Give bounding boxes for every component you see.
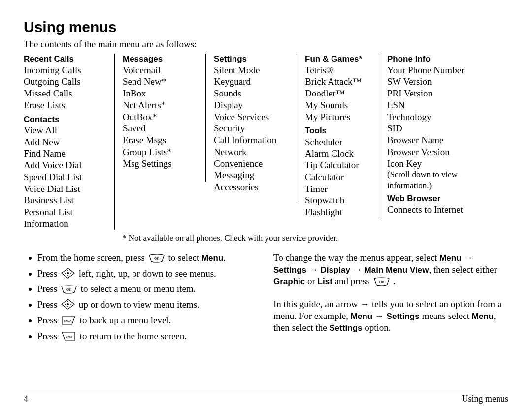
text: to back up a menu level. xyxy=(80,315,171,325)
arrow: → xyxy=(372,311,387,321)
menu-col-3: Settings Silent Mode Keyguard Sounds Dis… xyxy=(206,54,297,201)
svg-point-4 xyxy=(67,270,68,271)
menu-col-1: Recent Calls Incoming Calls Outgoing Cal… xyxy=(24,54,115,229)
ok-key-icon: OK xyxy=(61,285,77,297)
menu-item: Doodler™ xyxy=(305,88,371,99)
menu-item: Add New xyxy=(24,136,106,148)
menu-item: Voice Services xyxy=(214,111,289,123)
menu-item: Keyguard xyxy=(214,76,289,88)
arrow: → xyxy=(462,253,473,263)
group-head: Fun & Games* xyxy=(305,54,371,64)
menu-item: Outgoing Calls xyxy=(24,76,106,88)
text: Press xyxy=(37,268,60,279)
bold-text: Graphic xyxy=(273,277,305,286)
page-footer: 4 Using menus xyxy=(24,391,508,405)
intro-text: The contents of the main menu are as fol… xyxy=(24,38,508,50)
menu-item: My Sounds xyxy=(305,99,371,111)
arrow: → xyxy=(306,264,321,275)
menu-item: Tip Calculator xyxy=(305,159,371,171)
bold-text: Settings xyxy=(273,265,306,275)
menu-item: Messaging xyxy=(214,169,289,181)
instructions-left: From the home screen, press OK to select… xyxy=(24,252,259,346)
page-title: Using menus xyxy=(24,18,508,36)
menu-col-5: Phone Info Your Phone Number SW Version … xyxy=(379,54,508,216)
menu-item: Timer xyxy=(305,183,371,195)
menu-item: Sounds xyxy=(214,88,289,99)
menu-item: Accessories xyxy=(214,181,289,193)
menu-item: ESN xyxy=(387,99,500,111)
group-head: Phone Info xyxy=(387,54,500,64)
instruction-item: Press END to return to the home screen. xyxy=(37,330,259,344)
menu-item: Speed Dial List xyxy=(24,171,106,183)
svg-text:OK: OK xyxy=(66,288,71,291)
end-key-icon: END xyxy=(61,331,76,344)
menu-item: Brick Attack™ xyxy=(305,76,371,88)
menu-item: Personal List xyxy=(24,206,106,218)
menu-item: Saved xyxy=(123,123,198,134)
menu-item: Information xyxy=(24,218,106,230)
nav-key-icon xyxy=(61,299,75,313)
menu-item: Silent Mode xyxy=(214,64,289,76)
menu-item: Stopwatch xyxy=(305,194,371,206)
menu-item: Browser Version xyxy=(387,146,500,158)
text: Press xyxy=(37,331,60,341)
svg-point-5 xyxy=(67,275,68,276)
group-head: Web Browser xyxy=(387,193,500,204)
group-head: Messages xyxy=(123,54,198,64)
text: . xyxy=(391,276,396,286)
bold-text: Settings xyxy=(329,323,362,333)
text: , then select either xyxy=(429,264,497,275)
text: and press xyxy=(332,276,372,286)
text: left, right, up, or down to see menus. xyxy=(79,268,216,279)
menu-item: Flashlight xyxy=(305,206,371,218)
svg-point-8 xyxy=(65,304,66,305)
text: to select xyxy=(168,253,201,263)
bold-text: Menu xyxy=(472,312,494,321)
menu-item: Security xyxy=(214,123,289,134)
menu-item: Business List xyxy=(24,194,106,206)
text: Press xyxy=(37,284,60,294)
menu-item: OutBox* xyxy=(123,111,198,123)
menu-item: Calculator xyxy=(305,171,371,183)
footer-section: Using menus xyxy=(462,393,509,405)
menu-item: Group Lists* xyxy=(123,146,198,158)
menu-item: Scheduler xyxy=(305,136,371,148)
menu-item: View All xyxy=(24,125,106,136)
instructions-right: To change the way the menus appear, sele… xyxy=(273,252,508,346)
instruction-paragraph: To change the way the menus appear, sele… xyxy=(273,252,508,289)
instruction-item: Press up or down to view menu items. xyxy=(37,299,259,313)
group-head: Settings xyxy=(214,54,289,64)
bold-text: Menu xyxy=(439,254,461,263)
bold-text: Menu xyxy=(201,254,223,263)
menu-item: Voice Dial List xyxy=(24,183,106,195)
menu-item: SID xyxy=(387,123,500,134)
menu-item: Add Voice Dial xyxy=(24,159,106,171)
menu-item: Convenience xyxy=(214,158,289,170)
svg-point-10 xyxy=(67,301,68,302)
text: To change the way the menus appear, sele… xyxy=(273,253,439,263)
footnote: * Not available on all phones. Check wit… xyxy=(122,233,508,243)
menu-item: Incoming Calls xyxy=(24,64,106,76)
svg-text:BACK: BACK xyxy=(64,319,72,322)
back-key-icon: BACK xyxy=(61,316,76,328)
menu-item: Net Alerts* xyxy=(123,99,198,111)
svg-text:END: END xyxy=(66,335,72,338)
svg-point-7 xyxy=(67,303,69,305)
arrow: → xyxy=(350,264,365,275)
menu-item: Tetris® xyxy=(305,64,371,76)
instructions: From the home screen, press OK to select… xyxy=(24,252,508,346)
menu-item: Msg Settings xyxy=(123,158,198,170)
bold-text: List xyxy=(318,277,332,286)
instruction-item: Press OK to select a menu or menu item. xyxy=(37,283,259,297)
menu-item: My Pictures xyxy=(305,111,371,123)
text: to return to the home screen. xyxy=(80,331,187,341)
svg-point-11 xyxy=(67,306,68,307)
menu-item: Alarm Clock xyxy=(305,148,371,159)
scroll-note: (Scroll down to view information.) xyxy=(387,169,500,191)
svg-text:OK: OK xyxy=(379,280,384,284)
instruction-paragraph: In this guide, an arrow → tells you to s… xyxy=(273,298,508,333)
svg-point-9 xyxy=(70,304,71,305)
menu-item: Call Information xyxy=(214,134,289,146)
text: option. xyxy=(363,322,391,333)
menu-item: Erase Lists xyxy=(24,99,106,111)
